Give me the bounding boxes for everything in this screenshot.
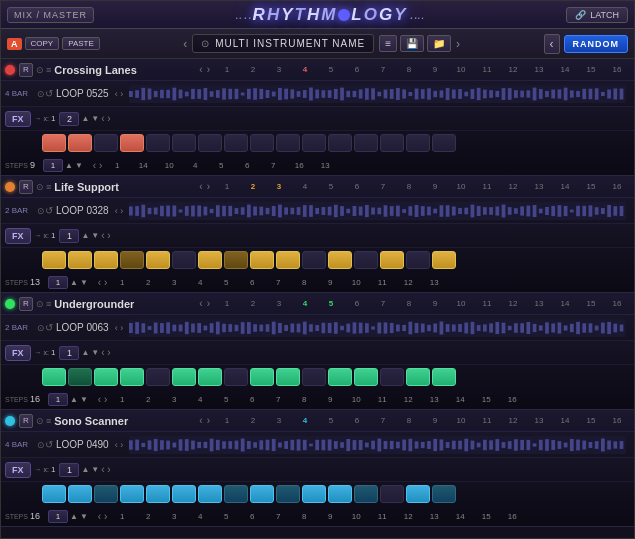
track-r-button[interactable]: R <box>19 63 33 77</box>
fx-button[interactable]: FX <box>5 111 31 127</box>
track-r-button[interactable]: R <box>19 297 33 311</box>
steps-down-btn[interactable]: ▼ <box>75 161 83 170</box>
pad-3[interactable] <box>94 134 118 152</box>
pad-4[interactable] <box>120 134 144 152</box>
pad-14[interactable] <box>380 485 404 503</box>
paste-button[interactable]: PASTE <box>62 37 100 50</box>
steps-nav-btn[interactable]: ‹ › <box>91 160 104 171</box>
num-up-btn[interactable]: ▲ <box>81 348 89 357</box>
pad-1[interactable] <box>42 134 66 152</box>
track-prev-btn[interactable]: ‹ <box>197 64 204 75</box>
random-button[interactable]: RANDOM <box>564 35 629 53</box>
pad-11[interactable] <box>302 134 326 152</box>
pad-15[interactable] <box>406 485 430 503</box>
track-prev-btn[interactable]: ‹ <box>197 415 204 426</box>
track-prev-btn[interactable]: ‹ <box>197 181 204 192</box>
pad-13[interactable] <box>354 485 378 503</box>
steps-num[interactable]: 1 <box>48 276 68 289</box>
track-r-button[interactable]: R <box>19 414 33 428</box>
pad-16[interactable] <box>432 251 456 269</box>
steps-num[interactable]: 1 <box>48 393 68 406</box>
loop-nav-btn[interactable]: ‹ › <box>113 89 126 99</box>
pad-8[interactable] <box>224 368 248 386</box>
steps-up-btn[interactable]: ▲ <box>70 512 78 521</box>
pad-7[interactable] <box>198 134 222 152</box>
mix-master-button[interactable]: MIX / MASTER <box>7 7 94 23</box>
steps-nav-btn[interactable]: ‹ › <box>96 394 109 405</box>
pad-6[interactable] <box>172 251 196 269</box>
pad-1[interactable] <box>42 251 66 269</box>
pad-6[interactable] <box>172 134 196 152</box>
steps-down-btn[interactable]: ▼ <box>80 278 88 287</box>
pad-1[interactable] <box>42 368 66 386</box>
pad-14[interactable] <box>380 368 404 386</box>
fx-button[interactable]: FX <box>5 228 31 244</box>
pad-16[interactable] <box>432 134 456 152</box>
steps-up-btn[interactable]: ▲ <box>65 161 73 170</box>
pad-9[interactable] <box>250 134 274 152</box>
pad-15[interactable] <box>406 368 430 386</box>
steps-num[interactable]: 1 <box>48 510 68 523</box>
pad-2[interactable] <box>68 485 92 503</box>
pad-6[interactable] <box>172 368 196 386</box>
pad-7[interactable] <box>198 368 222 386</box>
loop-nav-btn[interactable]: ‹ › <box>113 440 126 450</box>
pad-16[interactable] <box>432 485 456 503</box>
save-icon-button[interactable]: 💾 <box>400 35 424 52</box>
pad-10[interactable] <box>276 134 300 152</box>
pad-14[interactable] <box>380 134 404 152</box>
loop-nav-btn[interactable]: ‹ › <box>113 206 126 216</box>
folder-icon-button[interactable]: 📁 <box>427 35 451 52</box>
pad-13[interactable] <box>354 368 378 386</box>
instrument-prev-button[interactable]: ‹ <box>183 37 187 51</box>
fx-nav-btn[interactable]: ‹ › <box>99 113 112 124</box>
pad-12[interactable] <box>328 134 352 152</box>
fx-nav-btn[interactable]: ‹ › <box>99 464 112 475</box>
pad-3[interactable] <box>94 485 118 503</box>
num-down-btn[interactable]: ▼ <box>91 348 99 357</box>
pad-10[interactable] <box>276 251 300 269</box>
pad-5[interactable] <box>146 251 170 269</box>
pad-10[interactable] <box>276 485 300 503</box>
pad-3[interactable] <box>94 251 118 269</box>
pad-15[interactable] <box>406 134 430 152</box>
num-value[interactable]: 1 <box>59 229 79 243</box>
steps-num[interactable]: 1 <box>43 159 63 172</box>
pad-13[interactable] <box>354 251 378 269</box>
pad-6[interactable] <box>172 485 196 503</box>
steps-down-btn[interactable]: ▼ <box>80 395 88 404</box>
doc-icon-button[interactable]: ≡ <box>379 35 397 52</box>
pad-4[interactable] <box>120 251 144 269</box>
copy-button[interactable]: COPY <box>25 37 60 50</box>
pad-12[interactable] <box>328 251 352 269</box>
pad-7[interactable] <box>198 251 222 269</box>
num-value[interactable]: 1 <box>59 463 79 477</box>
steps-up-btn[interactable]: ▲ <box>70 278 78 287</box>
loop-nav-btn[interactable]: ‹ › <box>113 323 126 333</box>
pad-7[interactable] <box>198 485 222 503</box>
pad-11[interactable] <box>302 251 326 269</box>
pad-11[interactable] <box>302 485 326 503</box>
pad-8[interactable] <box>224 134 248 152</box>
num-up-btn[interactable]: ▲ <box>81 465 89 474</box>
pad-3[interactable] <box>94 368 118 386</box>
pad-14[interactable] <box>380 251 404 269</box>
track-next-btn[interactable]: › <box>205 64 212 75</box>
track-prev-btn[interactable]: ‹ <box>197 298 204 309</box>
track-r-button[interactable]: R <box>19 180 33 194</box>
steps-nav-btn[interactable]: ‹ › <box>96 511 109 522</box>
pad-5[interactable] <box>146 368 170 386</box>
num-up-btn[interactable]: ▲ <box>81 114 89 123</box>
steps-up-btn[interactable]: ▲ <box>70 395 78 404</box>
pad-9[interactable] <box>250 485 274 503</box>
pad-4[interactable] <box>120 485 144 503</box>
pad-1[interactable] <box>42 485 66 503</box>
pad-4[interactable] <box>120 368 144 386</box>
num-down-btn[interactable]: ▼ <box>91 465 99 474</box>
fx-nav-btn[interactable]: ‹ › <box>99 230 112 241</box>
pad-15[interactable] <box>406 251 430 269</box>
track-next-btn[interactable]: › <box>205 181 212 192</box>
instrument-next-button[interactable]: › <box>456 37 460 51</box>
fx-button[interactable]: FX <box>5 345 31 361</box>
steps-down-btn[interactable]: ▼ <box>80 512 88 521</box>
